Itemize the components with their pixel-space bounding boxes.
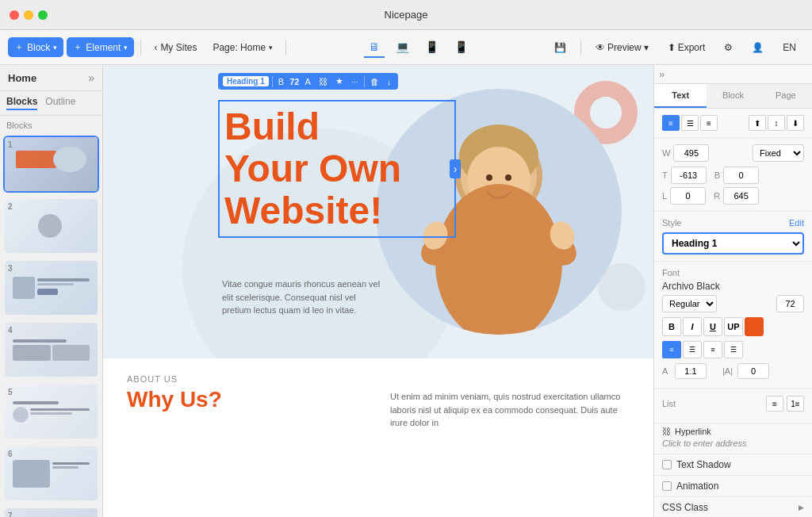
hyperlink-placeholder[interactable]: Click to enter address	[662, 438, 746, 448]
link-icon: ⛓	[662, 427, 671, 436]
width-row: W Fixed Auto	[662, 144, 804, 162]
my-sites-button[interactable]: ‹ My Sites	[147, 39, 203, 56]
text-shadow-checkbox[interactable]	[662, 460, 672, 469]
style-label: Style	[662, 218, 681, 228]
thumb-inner-3: 3	[5, 261, 98, 315]
settings-button[interactable]: ⚙	[716, 39, 741, 56]
save-button[interactable]: 💾	[546, 39, 574, 56]
para-align-justify-button[interactable]: ☰	[724, 341, 743, 358]
maximize-button[interactable]	[38, 10, 48, 20]
r-input[interactable]	[723, 187, 759, 205]
panel-collapse-button[interactable]: »	[659, 68, 665, 80]
tab-text[interactable]: Text	[654, 84, 707, 108]
main-area: Home » Blocks Outline Blocks 1	[0, 65, 812, 517]
device-switcher: 🖥 💻 📱 📱	[293, 37, 543, 58]
animation-checkbox[interactable]	[662, 481, 672, 491]
align-top-button[interactable]: ⬆	[749, 115, 766, 131]
width-input[interactable]	[673, 144, 709, 162]
bold-format-button[interactable]: B	[662, 317, 681, 336]
page-thumb-5[interactable]: 5	[3, 383, 99, 440]
export-icon: ⬆	[668, 42, 676, 53]
delete-icon[interactable]: 🗑	[368, 76, 381, 87]
desktop-icon[interactable]: 🖥	[364, 37, 385, 58]
align-right-button[interactable]: ≡	[700, 115, 718, 131]
animation-section[interactable]: Animation	[654, 476, 812, 497]
para-align-center-button[interactable]: ☰	[683, 341, 702, 358]
b-input[interactable]	[723, 167, 759, 184]
tab-blocks[interactable]: Blocks	[6, 96, 37, 110]
letter-spacing-input[interactable]	[737, 363, 769, 379]
user-button[interactable]: 👤	[744, 39, 772, 56]
block-label: Block	[27, 42, 50, 53]
page-thumb-3[interactable]: 3	[3, 259, 99, 316]
down-icon[interactable]: ↓	[385, 76, 394, 87]
width-label: W	[662, 148, 670, 158]
align-middle-button[interactable]: ↕	[768, 115, 785, 131]
uppercase-format-button[interactable]: UP	[724, 317, 743, 336]
language-button[interactable]: EN	[775, 39, 804, 56]
underline-icon[interactable]: A	[302, 76, 312, 87]
add-element-button[interactable]: ＋ Element ▾	[67, 37, 134, 57]
list-row: List ≡ 1≡	[662, 396, 804, 412]
canvas: Heading 1 B 72 A ⛓ ★ ··· 🗑 ↓ Build	[103, 65, 653, 517]
page-thumb-1[interactable]: 1	[3, 136, 99, 193]
width-mode-select[interactable]: Fixed Auto	[753, 144, 804, 162]
page-thumb-4[interactable]: 4	[3, 321, 99, 378]
l-input[interactable]	[670, 187, 706, 205]
font-size-input[interactable]	[776, 295, 804, 312]
sidebar-collapse-button[interactable]: »	[88, 71, 94, 84]
text-shadow-label: Text Shadow	[676, 459, 731, 470]
page-thumb-7[interactable]: 7	[3, 507, 99, 517]
heading-box[interactable]: Build Your Own Website!	[218, 100, 456, 238]
bold-button[interactable]: B	[276, 76, 286, 87]
heading-style-badge[interactable]: Heading 1	[223, 76, 269, 86]
unordered-list-button[interactable]: ≡	[766, 396, 783, 412]
save-icon: 💾	[554, 42, 566, 53]
preview-button[interactable]: 👁 Preview ▾	[588, 39, 657, 56]
para-align-left-button[interactable]: ≡	[662, 341, 681, 358]
tab-block[interactable]: Block	[707, 84, 759, 108]
tablet-icon[interactable]: 📱	[420, 37, 443, 58]
underline-format-button[interactable]: U	[703, 317, 722, 336]
thumb-inner-6: 6	[5, 446, 98, 500]
style-select[interactable]: Heading 1 Heading 2 Heading 3 Normal	[662, 232, 804, 255]
paragraph-align-buttons: ≡ ☰ ≡ ☰	[662, 341, 804, 358]
more-icon[interactable]: ···	[349, 76, 361, 87]
tab-page[interactable]: Page	[760, 84, 812, 108]
resize-handle-right[interactable]	[450, 159, 461, 178]
sidebar-title: Home	[8, 72, 36, 84]
mobile-icon[interactable]: 📱	[450, 37, 473, 58]
align-center-button[interactable]: ☰	[681, 115, 699, 131]
color-picker-button[interactable]	[745, 317, 764, 336]
page-home-button[interactable]: Page: Home ▾	[206, 39, 279, 56]
page-thumb-2[interactable]: 2	[3, 197, 99, 255]
style-row: Style Edit	[662, 218, 804, 228]
font-size-value[interactable]: 72	[289, 77, 299, 86]
laptop-icon[interactable]: 💻	[391, 37, 414, 58]
line-height-input[interactable]	[675, 363, 707, 379]
tab-outline[interactable]: Outline	[45, 96, 75, 110]
font-weight-select[interactable]: Regular Bold Light	[662, 295, 717, 312]
page-thumb-6[interactable]: 6	[3, 445, 99, 502]
align-bottom-button[interactable]: ⬇	[787, 115, 804, 131]
thumb-inner-7: 7	[5, 508, 98, 517]
para-align-right-button[interactable]: ≡	[703, 341, 722, 358]
close-button[interactable]	[10, 10, 19, 20]
text-shadow-section[interactable]: Text Shadow	[654, 454, 812, 476]
export-button[interactable]: ⬆ Export	[660, 39, 714, 56]
width-field: W	[662, 144, 709, 162]
style-edit-button[interactable]: Edit	[789, 218, 804, 228]
italic-format-button[interactable]: I	[683, 317, 702, 336]
align-left-button[interactable]: ≡	[662, 115, 680, 131]
canvas-inner: Heading 1 B 72 A ⛓ ★ ··· 🗑 ↓ Build	[103, 65, 653, 517]
add-block-button[interactable]: ＋ Block ▾	[8, 37, 63, 57]
traffic-lights	[10, 10, 48, 20]
dimensions-section: W Fixed Auto T B	[654, 138, 812, 212]
minimize-button[interactable]	[24, 10, 33, 20]
link-icon[interactable]: ⛓	[316, 76, 330, 87]
ordered-list-button[interactable]: 1≡	[787, 396, 804, 412]
star-icon[interactable]: ★	[333, 75, 346, 87]
t-input[interactable]	[671, 167, 707, 184]
font-section: Font Archivo Black Regular Bold Light B …	[654, 262, 812, 389]
css-class-section[interactable]: CSS Class ▶	[654, 497, 812, 517]
